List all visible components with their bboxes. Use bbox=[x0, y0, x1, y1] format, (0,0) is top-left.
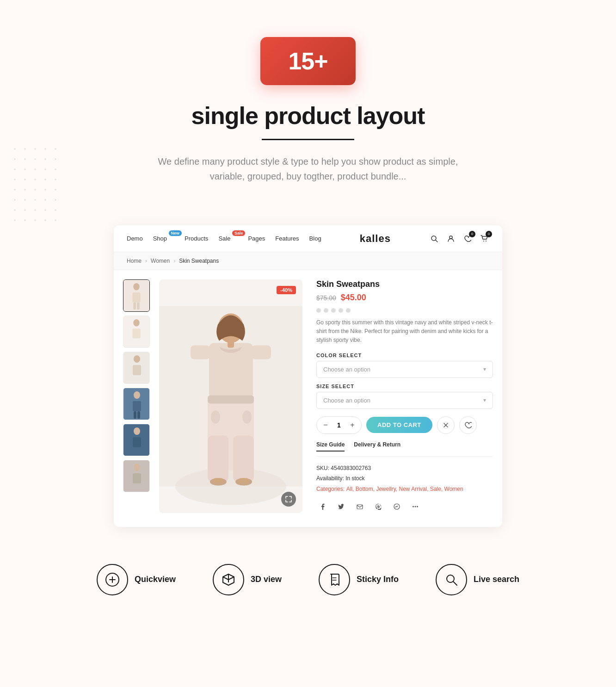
breadcrumb: Home › Women › Skin Sweatpans bbox=[114, 252, 502, 270]
qty-decrease-button[interactable]: − bbox=[319, 417, 333, 433]
qty-increase-button[interactable]: + bbox=[345, 417, 359, 433]
expand-image-button[interactable] bbox=[281, 492, 296, 507]
compare-button[interactable] bbox=[437, 416, 455, 434]
svg-point-37 bbox=[242, 410, 252, 423]
breadcrumb-category[interactable]: Women bbox=[151, 258, 170, 264]
color-select-box[interactable]: Choose an option ▾ bbox=[316, 361, 493, 378]
nav-icons: 0 0 bbox=[429, 234, 489, 244]
brand-logo: kalles bbox=[321, 233, 429, 245]
svg-rect-42 bbox=[213, 478, 223, 483]
pinterest-share-icon[interactable] bbox=[372, 500, 385, 513]
svg-rect-43 bbox=[239, 478, 249, 483]
navbar: Demo Shop New Products Sale Sale Pages F… bbox=[114, 225, 502, 252]
product-layout: -40% bbox=[114, 270, 502, 527]
size-select-box[interactable]: Choose an option ▾ bbox=[316, 392, 493, 409]
hero-title: single product layout bbox=[9, 102, 607, 130]
social-share-row bbox=[316, 500, 493, 513]
color-select-label: COLOR SELECT bbox=[316, 353, 493, 358]
messenger-share-icon[interactable] bbox=[390, 500, 403, 513]
svg-rect-33 bbox=[208, 435, 228, 482]
sku-label: SKU: bbox=[316, 465, 329, 471]
email-share-icon[interactable] bbox=[353, 500, 366, 513]
facebook-share-icon[interactable] bbox=[316, 500, 329, 513]
svg-rect-26 bbox=[133, 473, 141, 483]
add-to-cart-button[interactable]: ADD TO CART bbox=[366, 417, 432, 433]
svg-point-14 bbox=[134, 355, 140, 363]
svg-rect-9 bbox=[137, 302, 140, 309]
account-icon[interactable] bbox=[446, 234, 456, 244]
thumbnail-6[interactable] bbox=[123, 460, 150, 492]
cart-icon[interactable]: 0 bbox=[479, 234, 489, 244]
thumbnail-2[interactable] bbox=[123, 316, 150, 348]
thumbnail-1[interactable] bbox=[123, 279, 150, 312]
thumbnail-4[interactable] bbox=[123, 388, 150, 420]
cart-count: 0 bbox=[486, 231, 492, 237]
feature-quickview[interactable]: Quickview bbox=[97, 564, 176, 595]
feature-live-search[interactable]: Live search bbox=[436, 564, 519, 595]
wishlist-icon[interactable]: 0 bbox=[462, 234, 473, 244]
nav-sale[interactable]: Sale Sale bbox=[218, 235, 238, 242]
thumbnail-column bbox=[123, 279, 150, 513]
feature-3d-view[interactable]: 3D view bbox=[213, 564, 282, 595]
hero-description: We define many product style & type to h… bbox=[146, 154, 470, 184]
nav-blog[interactable]: Blog bbox=[309, 235, 321, 242]
product-description: Go sporty this summer with this vintage … bbox=[316, 318, 493, 345]
product-meta: SKU: 4540383002763 Availability: In stoc… bbox=[316, 463, 493, 495]
title-underline bbox=[262, 139, 354, 140]
svg-point-22 bbox=[134, 427, 140, 435]
categories-value: All, Bottom, Jewellry, New Arrival, Sale… bbox=[346, 486, 463, 492]
dot-grid-decoration bbox=[14, 148, 61, 226]
svg-rect-45 bbox=[357, 505, 363, 509]
live-search-icon-circle bbox=[436, 564, 467, 595]
nav-shop[interactable]: Shop New bbox=[153, 235, 174, 242]
svg-rect-31 bbox=[252, 345, 271, 359]
svg-rect-8 bbox=[133, 302, 136, 309]
3d-view-icon-circle bbox=[213, 564, 244, 595]
svg-rect-30 bbox=[191, 345, 210, 359]
tab-size-guide[interactable]: Size Guide bbox=[316, 441, 345, 452]
svg-point-48 bbox=[415, 506, 416, 507]
color-chevron-icon: ▾ bbox=[483, 366, 486, 372]
product-card: Demo Shop New Products Sale Sale Pages F… bbox=[114, 225, 502, 527]
hero-section: 15+ single product layout We define many… bbox=[0, 0, 616, 202]
meta-sku: SKU: 4540383002763 bbox=[316, 463, 493, 474]
search-icon[interactable] bbox=[429, 234, 439, 244]
star-rating bbox=[316, 308, 493, 313]
nav-demo[interactable]: Demo bbox=[127, 235, 143, 242]
sticky-info-icon-circle bbox=[319, 564, 350, 595]
wishlist-count: 0 bbox=[469, 231, 475, 237]
size-select-section: SIZE SELECT Choose an option ▾ bbox=[316, 384, 493, 409]
svg-point-47 bbox=[413, 506, 414, 507]
thumbnail-3[interactable] bbox=[123, 352, 150, 384]
svg-point-17 bbox=[134, 391, 140, 399]
count-badge: 15+ bbox=[260, 37, 355, 85]
price-row: $75.00 $45.00 bbox=[316, 293, 493, 303]
quantity-control: − 1 + bbox=[316, 416, 362, 434]
svg-point-6 bbox=[133, 283, 140, 290]
tab-delivery[interactable]: Delivery & Return bbox=[354, 441, 400, 452]
breadcrumb-home[interactable]: Home bbox=[127, 258, 142, 264]
more-share-icon[interactable] bbox=[409, 500, 422, 513]
categories-label: Categories: bbox=[316, 486, 345, 492]
svg-line-1 bbox=[436, 240, 437, 242]
feature-sticky-info[interactable]: Sticky Info bbox=[319, 564, 399, 595]
size-chevron-icon: ▾ bbox=[483, 397, 486, 403]
nav-pages[interactable]: Pages bbox=[248, 235, 265, 242]
original-price: $75.00 bbox=[316, 294, 336, 302]
color-placeholder: Choose an option bbox=[323, 366, 370, 373]
thumbnail-5[interactable] bbox=[123, 424, 150, 456]
svg-point-28 bbox=[175, 468, 286, 505]
nav-links: Demo Shop New Products Sale Sale Pages F… bbox=[127, 235, 321, 242]
svg-rect-12 bbox=[132, 328, 140, 338]
breadcrumb-product: Skin Sweatpans bbox=[179, 258, 219, 264]
color-select-section: COLOR SELECT Choose an option ▾ bbox=[316, 353, 493, 378]
twitter-share-icon[interactable] bbox=[335, 500, 348, 513]
svg-point-25 bbox=[134, 464, 140, 471]
svg-rect-20 bbox=[137, 411, 140, 419]
wishlist-add-button[interactable] bbox=[459, 416, 477, 434]
size-placeholder: Choose an option bbox=[323, 397, 370, 404]
svg-line-56 bbox=[453, 582, 457, 585]
nav-products[interactable]: Products bbox=[185, 235, 208, 242]
nav-features[interactable]: Features bbox=[275, 235, 299, 242]
svg-point-4 bbox=[486, 241, 487, 241]
